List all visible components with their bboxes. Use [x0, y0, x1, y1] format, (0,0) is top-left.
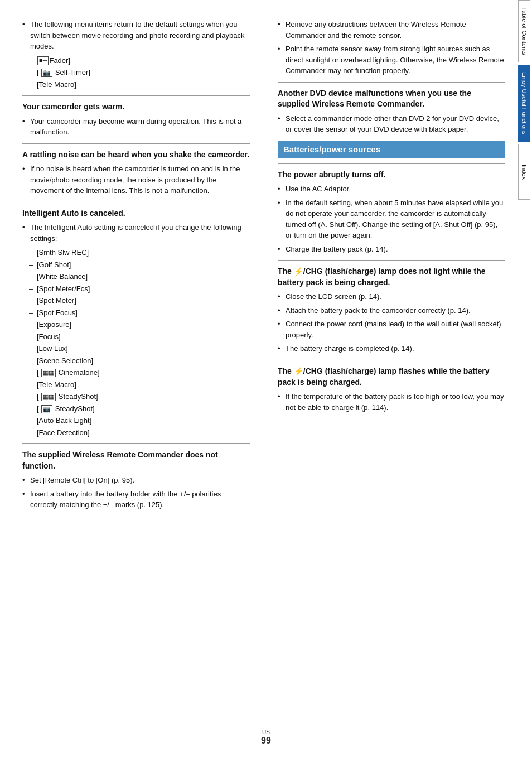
fader-icon: ■─ — [37, 56, 49, 65]
bullet-item: Select a commander mode other than DVD 2… — [278, 113, 505, 135]
bullet-item: Close the LCD screen (p. 14). — [278, 291, 505, 302]
right-column: Remove any obstructions between the Wire… — [269, 17, 505, 740]
section-heading-rattle: A rattling noise can be heard when you s… — [22, 150, 250, 161]
steadyshot-photo-icon: 📷 — [41, 405, 52, 413]
page-footer: US 99 — [0, 728, 532, 746]
bullet-item: Charge the battery pack (p. 14). — [278, 244, 505, 255]
dash-item: [Spot Focus] — [29, 307, 250, 319]
sidebar-tab-enjoy[interactable]: Enjoy Useful Functions — [518, 65, 530, 142]
section-heading-remote: The supplied Wireless Remote Commander d… — [22, 450, 250, 471]
dash-item: [Spot Meter] — [29, 295, 250, 306]
country-code: US — [262, 729, 270, 735]
bullet-item: Your camcorder may become warm during op… — [22, 116, 250, 138]
section-heading-batteries: Batteries/power sources — [278, 141, 505, 158]
dash-item: [Auto Back Light] — [29, 415, 250, 426]
section-heading-chg-no-light: The ⚡/CHG (flash/charge) lamp does not l… — [278, 266, 505, 288]
dash-item: [ 📷 Self-Timer] — [29, 67, 250, 78]
section-heading-chg-flashes: The ⚡/CHG (flash/charge) lamp flashes wh… — [278, 366, 505, 388]
dash-item: [Face Detection] — [29, 427, 250, 438]
bullet-list-rattle: If no noise is heard when the camcorder … — [22, 163, 250, 196]
section-heading-warm: Your camcorder gets warm. — [22, 102, 250, 113]
dash-item: ■─Fader] — [29, 55, 250, 66]
dash-item: [Smth Slw REC] — [29, 247, 250, 258]
bullet-item: Insert a battery into the battery holder… — [22, 489, 250, 510]
bullet-item: Point the remote sensor away from strong… — [278, 44, 505, 76]
bullet-list-power-off: Use the AC Adaptor. In the default setti… — [278, 184, 505, 254]
dash-item: [ ▦▦ Cinematone] — [29, 367, 250, 378]
dash-item: [ 📷 SteadyShot] — [29, 403, 250, 414]
dash-item: [Tele Macro] — [29, 379, 250, 390]
dash-item: [Exposure] — [29, 319, 250, 330]
sidebar: Table of Contents Enjoy Useful Functions… — [516, 0, 532, 757]
bullet-list-remote: Set [Remote Ctrl] to [On] (p. 95). Inser… — [22, 475, 250, 510]
bullet-list-chg-flashes: If the temperature of the battery pack i… — [278, 391, 505, 413]
divider — [278, 163, 505, 164]
cinematone-icon: ▦▦ — [41, 369, 56, 377]
sidebar-tab-toc[interactable]: Table of Contents — [518, 0, 530, 62]
dash-item: [Spot Meter/Fcs] — [29, 283, 250, 295]
bullet-list-warm: Your camcorder may become warm during op… — [22, 116, 250, 138]
bullet-item: If no noise is heard when the camcorder … — [22, 163, 250, 196]
bullet-list-dvd: Select a commander mode other than DVD 2… — [278, 113, 505, 135]
section-heading-power-off: The power abruptly turns off. — [278, 170, 505, 181]
divider — [22, 143, 250, 144]
bullet-item: Connect the power cord (mains lead) to t… — [278, 319, 505, 340]
bullet-item: Attach the battery pack to the camcorder… — [278, 305, 505, 316]
dash-list-intelligent: [Smth Slw REC] [Golf Shot] [White Balanc… — [29, 247, 250, 438]
page-wrapper: The following menu items return to the d… — [0, 0, 532, 757]
sidebar-tab-index[interactable]: Index — [518, 144, 530, 200]
bullet-item: Set [Remote Ctrl] to [On] (p. 95). — [22, 475, 250, 486]
dash-item: [Tele Macro] — [29, 79, 250, 90]
steadyshot-movie-icon: ▦▦ — [41, 393, 56, 401]
dash-item: [White Balance] — [29, 271, 250, 282]
dash-item: [Scene Selection] — [29, 355, 250, 367]
bullet-list-obstruction: Remove any obstructions between the Wire… — [278, 19, 505, 76]
dash-item: [Focus] — [29, 331, 250, 343]
divider — [278, 260, 505, 261]
dash-list-fader: ■─Fader] [ 📷 Self-Timer] [Tele Macro] — [29, 55, 250, 90]
divider — [278, 360, 505, 360]
bullet-item: The following menu items return to the d… — [22, 19, 250, 52]
dash-item: [Golf Shot] — [29, 259, 250, 271]
page-number: 99 — [261, 736, 271, 745]
bullet-list-chg-no-light: Close the LCD screen (p. 14). Attach the… — [278, 291, 505, 354]
divider — [22, 202, 250, 202]
divider — [278, 82, 505, 83]
dash-item: [Low Lux] — [29, 343, 250, 354]
section-heading-intelligent-auto: Intelligent Auto is canceled. — [22, 208, 250, 219]
main-content: The following menu items return to the d… — [0, 0, 516, 757]
bullet-item: If the temperature of the battery pack i… — [278, 391, 505, 413]
bullet-item: Remove any obstructions between the Wire… — [278, 19, 505, 41]
dash-item: [ ▦▦ SteadyShot] — [29, 391, 250, 402]
section-heading-dvd: Another DVD device malfunctions when you… — [278, 88, 505, 110]
bullet-item: In the default setting, when about 5 min… — [278, 197, 505, 241]
divider — [22, 95, 250, 96]
flash-symbol: ⚡ — [294, 267, 303, 276]
bullet-item: The battery charge is completed (p. 14). — [278, 343, 505, 354]
bullet-list-intelligent: The Intelligent Auto setting is canceled… — [22, 222, 250, 244]
bullet-item: The Intelligent Auto setting is canceled… — [22, 222, 250, 244]
divider — [22, 443, 250, 444]
flash-symbol-2: ⚡ — [294, 367, 303, 375]
menu-items-section: The following menu items return to the d… — [22, 19, 250, 52]
bullet-item: Use the AC Adaptor. — [278, 184, 505, 195]
self-timer-icon: 📷 — [41, 69, 52, 77]
left-column: The following menu items return to the d… — [22, 17, 258, 740]
